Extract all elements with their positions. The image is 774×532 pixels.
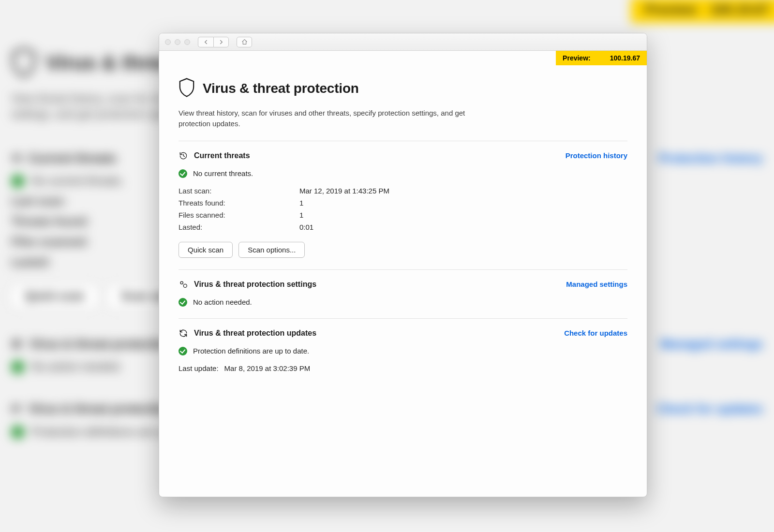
app-window: Preview: 100.19.67 Virus & threat protec… xyxy=(159,33,647,497)
last-scan-value: Mar 12, 2019 at 1:43:25 PM xyxy=(299,187,389,195)
managed-settings-link[interactable]: Managed settings xyxy=(566,280,627,288)
history-icon xyxy=(179,151,188,161)
last-scan-label: Last scan: xyxy=(179,187,299,195)
check-icon xyxy=(179,298,187,307)
quick-scan-button[interactable]: Quick scan xyxy=(179,242,233,258)
protection-history-link[interactable]: Protection history xyxy=(566,151,627,160)
last-update-value: Mar 8, 2019 at 3:02:39 PM xyxy=(224,364,311,372)
last-update-label: Last update: xyxy=(179,364,219,372)
svg-point-0 xyxy=(180,281,183,284)
current-threats-status: No current threats. xyxy=(193,169,253,177)
settings-icon xyxy=(179,280,188,289)
refresh-icon xyxy=(179,328,188,338)
window-controls xyxy=(165,39,190,45)
nav-back-button[interactable] xyxy=(198,37,213,47)
threats-found-label: Threats found: xyxy=(179,199,299,207)
current-threats-title: Current threats xyxy=(194,151,560,160)
lasted-value: 0:01 xyxy=(299,223,313,231)
preview-banner: Preview: 100.19.67 xyxy=(556,51,647,65)
titlebar xyxy=(159,33,647,51)
preview-version: 100.19.67 xyxy=(610,54,640,62)
check-icon xyxy=(179,169,187,178)
protection-updates-status: Protection definitions are up to date. xyxy=(193,347,309,355)
page-content: Virus & threat protection View threat hi… xyxy=(159,51,647,497)
files-scanned-value: 1 xyxy=(299,211,303,219)
check-for-updates-link[interactable]: Check for updates xyxy=(564,329,627,337)
shield-icon xyxy=(179,78,195,99)
zoom-window-button[interactable] xyxy=(184,39,190,45)
protection-settings-title: Virus & threat protection settings xyxy=(194,280,560,289)
svg-point-1 xyxy=(183,284,187,287)
lasted-label: Lasted: xyxy=(179,223,299,231)
close-window-button[interactable] xyxy=(165,39,171,45)
protection-updates-title: Virus & threat protection updates xyxy=(194,329,558,338)
section-protection-settings: Virus & threat protection settings Manag… xyxy=(179,269,627,307)
preview-label: Preview: xyxy=(563,54,591,62)
section-current-threats: Current threats Protection history No cu… xyxy=(179,141,627,258)
home-button[interactable] xyxy=(237,37,252,47)
section-protection-updates: Virus & threat protection updates Check … xyxy=(179,318,627,372)
page-title: Virus & threat protection xyxy=(203,81,359,96)
minimize-window-button[interactable] xyxy=(175,39,180,45)
protection-settings-status: No action needed. xyxy=(193,298,252,306)
check-icon xyxy=(179,347,187,355)
threats-found-value: 1 xyxy=(299,199,303,207)
nav-forward-button[interactable] xyxy=(213,37,229,47)
scan-options-button[interactable]: Scan options... xyxy=(238,242,305,258)
page-description: View threat history, scan for viruses an… xyxy=(179,108,498,129)
files-scanned-label: Files scanned: xyxy=(179,211,299,219)
